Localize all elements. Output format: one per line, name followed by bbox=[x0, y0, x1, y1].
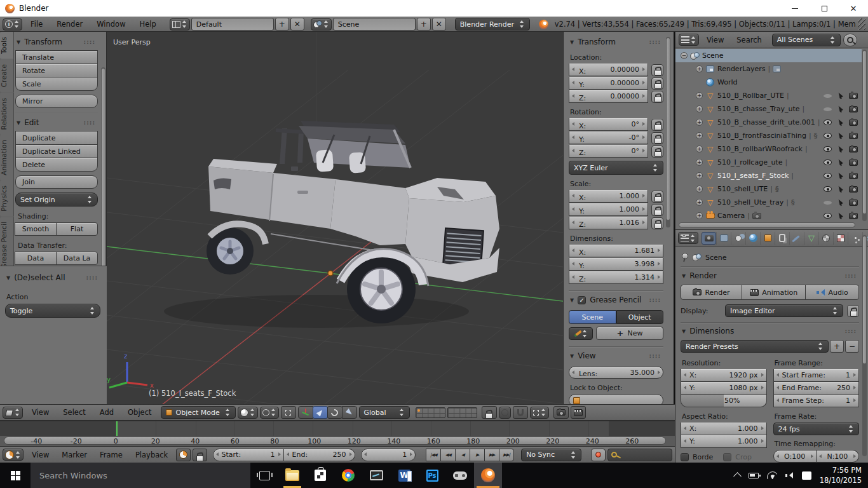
lock-icon[interactable] bbox=[651, 119, 663, 131]
expander-icon[interactable] bbox=[696, 186, 703, 193]
render-audio-button[interactable]: Audio bbox=[805, 285, 859, 300]
tool-shelf-tab[interactable]: Relations bbox=[0, 93, 14, 135]
lock-icon[interactable] bbox=[651, 217, 663, 229]
panel-drag-dots-icon[interactable]: :::: bbox=[86, 274, 98, 281]
expander-icon[interactable] bbox=[696, 105, 703, 112]
renderable-camera-icon[interactable] bbox=[849, 200, 858, 206]
start-frame-field[interactable]: Start:1 bbox=[213, 449, 284, 461]
snap-toggle[interactable] bbox=[513, 406, 528, 419]
scene-lock-button[interactable] bbox=[482, 406, 497, 419]
outliner-row[interactable]: ▽ 510_B_chasse_drift_ute.001 | § ▽ bbox=[675, 116, 862, 129]
dimension-field[interactable]: X:1.681 bbox=[569, 245, 663, 257]
tool-shelf-tab[interactable]: Tools bbox=[0, 32, 14, 59]
taskbar-app-button[interactable] bbox=[334, 463, 362, 488]
datablock-name[interactable]: Camera bbox=[717, 212, 745, 220]
visibility-eye-icon[interactable] bbox=[824, 173, 832, 179]
properties-tab[interactable] bbox=[731, 232, 745, 245]
panel-drag-dots-icon[interactable]: :::: bbox=[84, 39, 95, 45]
edit-panel-header[interactable]: Edit:::: bbox=[15, 116, 98, 129]
topbar-menu-item[interactable]: Window bbox=[90, 20, 132, 29]
outliner-row[interactable]: ▽ 510_shell_Ute_tray | § ▽ bbox=[675, 196, 862, 209]
panel-drag-dots-icon[interactable]: :::: bbox=[845, 273, 857, 279]
frame-rate-select[interactable]: 24 fps bbox=[773, 423, 860, 435]
resolution-field[interactable]: Y:1080 px bbox=[681, 382, 767, 395]
location-field[interactable]: Y:0.00000 bbox=[569, 77, 648, 90]
tool-shelf-tab[interactable]: Physics bbox=[0, 180, 14, 217]
lock-icon[interactable] bbox=[651, 191, 663, 203]
datablock-name[interactable]: 510_shell_UTE bbox=[717, 185, 768, 193]
properties-tab[interactable] bbox=[745, 232, 760, 245]
add-scene-button[interactable]: + bbox=[417, 18, 431, 30]
outliner-menu-item[interactable]: Search bbox=[730, 36, 768, 44]
outliner-display-filter-select[interactable]: All Scenes bbox=[772, 34, 841, 46]
renderable-camera-icon[interactable] bbox=[849, 106, 858, 112]
properties-tab[interactable] bbox=[789, 232, 804, 245]
current-frame-field[interactable]: 1 bbox=[361, 449, 416, 461]
sync-mode-select[interactable]: No Sync bbox=[521, 449, 581, 461]
volume-icon[interactable] bbox=[785, 472, 794, 479]
visibility-eye-icon[interactable] bbox=[824, 201, 832, 205]
taskbar-app-button[interactable] bbox=[250, 463, 278, 488]
data-transfer-button[interactable]: Data La bbox=[56, 252, 98, 265]
auto-keyframe-record-button[interactable] bbox=[591, 449, 606, 461]
visibility-eye-icon[interactable] bbox=[824, 186, 832, 192]
panel-drag-dots-icon[interactable]: :::: bbox=[649, 297, 661, 303]
visibility-eye-icon[interactable] bbox=[824, 94, 832, 98]
grease-pencil-checkbox[interactable] bbox=[578, 296, 586, 304]
properties-tab[interactable] bbox=[818, 232, 833, 245]
mode-select[interactable]: Object Mode bbox=[161, 406, 236, 419]
viewport-menu-item[interactable]: Select bbox=[56, 408, 92, 417]
render-animation-button[interactable]: Animation bbox=[742, 285, 806, 300]
expander-icon[interactable] bbox=[696, 92, 703, 99]
expander-icon[interactable] bbox=[696, 65, 703, 72]
outliner-row[interactable]: ▽ Camera | § ▽ bbox=[675, 209, 862, 220]
taskbar-app-button[interactable]: W bbox=[390, 463, 418, 488]
datablock-name[interactable]: 510_B_chasse_drift_ute.001 bbox=[717, 118, 815, 126]
outliner-row[interactable]: ▽ 510_I_rollcage_ute | § ▽ bbox=[675, 156, 862, 169]
notifications-icon[interactable] bbox=[802, 471, 811, 480]
renderable-camera-icon[interactable] bbox=[849, 146, 858, 152]
lock-icon[interactable] bbox=[651, 146, 663, 158]
shading-button[interactable]: Flat bbox=[56, 222, 98, 236]
topbar-menu-item[interactable]: Help bbox=[133, 20, 163, 29]
layers-grid-2[interactable] bbox=[447, 407, 477, 418]
selectable-cursor-icon[interactable] bbox=[837, 186, 843, 193]
manipulator-translate-button[interactable] bbox=[298, 406, 313, 419]
viewport-menu-item[interactable]: Object bbox=[121, 408, 158, 417]
pin-icon[interactable] bbox=[681, 253, 688, 262]
shading-button[interactable]: Smooth bbox=[15, 222, 57, 236]
data-transfer-button[interactable]: Data bbox=[15, 252, 57, 265]
properties-tab[interactable] bbox=[702, 232, 716, 245]
resolution-field[interactable]: X:1920 px bbox=[681, 369, 767, 382]
rotation-field[interactable]: Y:-0° bbox=[569, 132, 648, 144]
lock-time-cursor-toggle[interactable] bbox=[193, 449, 207, 461]
rotation-field[interactable]: X:0° bbox=[569, 118, 648, 131]
taskbar-clock[interactable]: 7:56 PM 18/10/2015 bbox=[820, 465, 862, 485]
scale-field[interactable]: Y:1.000 bbox=[569, 203, 648, 216]
selectable-cursor-icon[interactable] bbox=[837, 92, 843, 99]
border-checkbox[interactable] bbox=[681, 453, 689, 461]
transform-orientation-select[interactable]: Global bbox=[359, 406, 410, 419]
render-opengl-button[interactable] bbox=[553, 406, 569, 419]
timeline-menu-item[interactable]: Marker bbox=[55, 451, 93, 459]
renderable-camera-icon[interactable] bbox=[849, 133, 858, 139]
expander-icon[interactable] bbox=[696, 132, 703, 139]
outliner-row[interactable]: ▽ 510_B_rollbarWRoofrack | § ▽ bbox=[675, 142, 862, 156]
outliner-search-button[interactable] bbox=[843, 34, 857, 46]
gp-draw-tool-select[interactable] bbox=[569, 327, 593, 340]
layout-name-field[interactable]: Default bbox=[191, 18, 274, 30]
playback-button[interactable]: ▶▶| bbox=[499, 449, 514, 461]
tool-button[interactable]: Rotate bbox=[15, 64, 98, 78]
outliner-row[interactable]: ▽ World | § ▽ bbox=[675, 76, 862, 89]
tool-shelf-scrollbar[interactable] bbox=[101, 67, 105, 266]
topbar-menu-item[interactable]: File bbox=[24, 20, 50, 29]
expander-icon[interactable] bbox=[696, 119, 703, 126]
datablock-name[interactable]: 510_B_chasse_Tray_ute bbox=[717, 105, 799, 113]
location-field[interactable]: X:0.00000 bbox=[569, 64, 648, 76]
display-select[interactable]: Image Editor bbox=[725, 304, 843, 317]
remove-preset-button[interactable]: − bbox=[845, 340, 859, 353]
rotation-mode-select[interactable]: XYZ Euler bbox=[569, 161, 663, 175]
outliner-row[interactable]: ▽ Scene | § ▽ bbox=[675, 49, 862, 62]
scene-name-field[interactable]: Scene bbox=[333, 18, 416, 30]
gp-scene-tab[interactable]: Scene bbox=[569, 310, 616, 324]
